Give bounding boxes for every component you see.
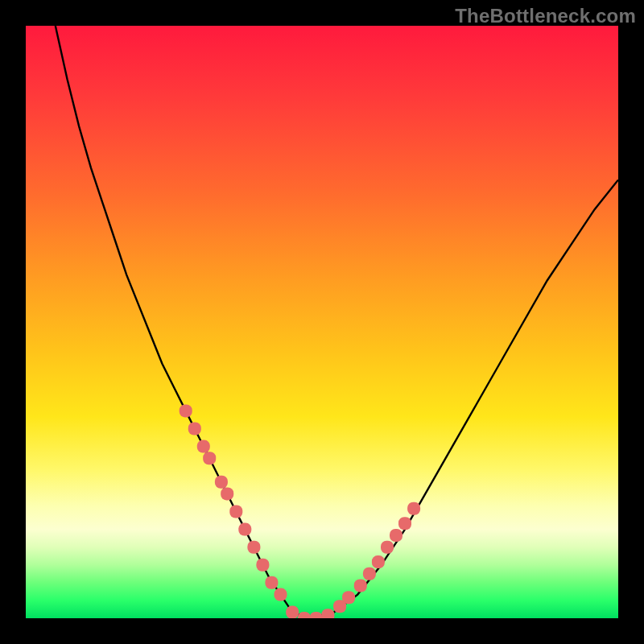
marker-point [354,580,367,592]
marker-point [229,506,242,518]
marker-point [265,576,278,589]
marker-point [221,487,233,500]
marker-point [215,476,228,489]
marker-point [275,588,287,601]
marker-point [407,502,420,515]
marker-point [247,541,260,554]
marker-point [363,568,376,580]
marker-point [256,559,269,572]
marker-point [390,529,402,542]
plot-area [26,26,618,618]
marker-point [310,612,323,618]
marker-point [238,523,251,536]
marker-point [398,517,411,530]
marker-point [180,404,192,417]
marker-point [372,555,385,568]
marker-point [203,452,216,464]
watermark-text: TheBottleneck.com [455,5,636,27]
marker-point [342,591,355,604]
marker-point [321,609,334,618]
marker-point [197,440,210,453]
marker-point [381,541,394,554]
marker-group [180,404,420,618]
marker-point [188,423,201,436]
marker-point [298,612,311,618]
marker-point [286,606,299,618]
bottleneck-curve [56,26,618,618]
chart-svg [26,26,618,618]
